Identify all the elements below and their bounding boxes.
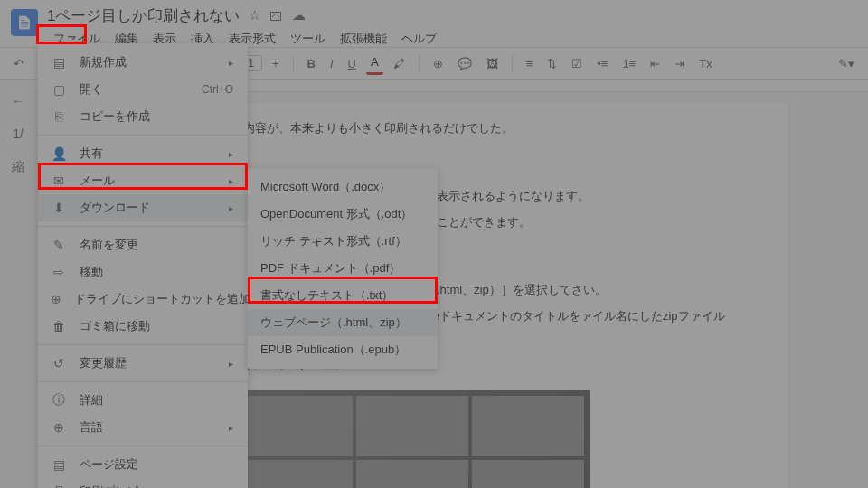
left-tool-1[interactable]: 1/	[13, 127, 24, 141]
docs-logo[interactable]	[11, 9, 38, 36]
file-menu-item-13[interactable]: ↺変更履歴▸	[38, 350, 248, 377]
left-tool-0[interactable]: ←	[12, 94, 24, 108]
comment-icon[interactable]: 💬	[453, 53, 476, 74]
file-menu-item-11[interactable]: 🗑ゴミ箱に移動	[38, 313, 248, 340]
image-icon[interactable]: 🖼	[482, 53, 503, 74]
menu-item-label: ページ設定	[80, 456, 233, 473]
menu-7[interactable]: ヘルプ	[395, 27, 443, 51]
file-menu-item-1[interactable]: ▢開くCtrl+O	[38, 76, 248, 103]
undo-icon[interactable]: ↶	[9, 53, 28, 74]
file-menu-item-6[interactable]: ⬇ダウンロード▸	[38, 194, 248, 221]
italic-icon[interactable]: I	[326, 53, 338, 74]
menu-item-label: 印刷プレビュー	[80, 483, 233, 488]
menu-item-label: ダウンロード	[80, 200, 216, 216]
menu-item-label: 共有	[80, 145, 216, 162]
menu-item-label: ウェブページ（.html、zip）	[260, 314, 423, 331]
menu-item-label: ゴミ箱に移動	[80, 318, 233, 334]
menu-item-icon: ▤	[51, 457, 67, 472]
file-menu-item-19[interactable]: 🖶印刷プレビュー	[38, 478, 248, 488]
file-menu-item-0[interactable]: ▤新規作成▸	[38, 49, 248, 76]
menu-item-label: 言語	[80, 419, 216, 436]
file-menu-item-2[interactable]: ⎘コピーを作成	[38, 103, 248, 130]
menu-item-label: Microsoft Word（.docx）	[260, 179, 423, 195]
star-icon[interactable]: ☆	[249, 7, 260, 23]
menu-item-label: OpenDocument 形式（.odt）	[260, 206, 423, 222]
bullets-icon[interactable]: •≡	[592, 53, 612, 74]
link-icon[interactable]: ⊕	[429, 53, 448, 74]
menu-item-icon: ⊕	[51, 420, 67, 435]
inc-font-icon[interactable]: +	[268, 53, 284, 74]
menu-item-label: ドライブにショートカットを追加	[74, 291, 250, 307]
download-option-5[interactable]: ウェブページ（.html、zip）	[248, 309, 438, 336]
download-option-3[interactable]: PDF ドキュメント（.pdf）	[248, 255, 438, 282]
file-menu: ▤新規作成▸▢開くCtrl+O⎘コピーを作成👤共有▸✉メール▸⬇ダウンロード▸✎…	[38, 43, 248, 488]
file-menu-item-16[interactable]: ⊕言語▸	[38, 414, 248, 441]
left-tools: ←1/縮	[0, 80, 36, 488]
menu-item-icon: ▤	[51, 55, 67, 70]
chevron-right-icon: ▸	[229, 58, 233, 68]
menu-item-label: EPUB Publication（.epub）	[260, 342, 423, 358]
menu-item-label: 新規作成	[80, 54, 216, 70]
numbers-icon[interactable]: 1≡	[618, 53, 640, 74]
menu-6[interactable]: 拡張機能	[334, 27, 393, 51]
menu-item-icon: ↺	[51, 356, 67, 371]
checklist-icon[interactable]: ☑	[567, 53, 587, 74]
doc-title[interactable]: 1ページ目しか印刷されない	[47, 5, 240, 26]
cloud-icon[interactable]: ☁	[292, 7, 306, 23]
menu-item-label: 開く	[80, 81, 189, 98]
app-header: 1ページ目しか印刷されない ☆ ⮹ ☁ ファイル編集表示挿入表示形式ツール拡張機…	[0, 0, 868, 47]
outdent-icon[interactable]: ⇤	[646, 53, 665, 74]
menu-item-icon: ⊕	[51, 292, 61, 306]
download-option-4[interactable]: 書式なしテキスト（.txt）	[248, 282, 438, 309]
download-option-2[interactable]: リッチ テキスト形式（.rtf）	[248, 228, 438, 255]
menu-item-label: PDF ドキュメント（.pdf）	[260, 260, 423, 277]
linesp-icon[interactable]: ⇅	[542, 53, 561, 74]
indent-icon[interactable]: ⇥	[670, 53, 689, 74]
menu-item-icon: ⇨	[51, 265, 67, 279]
file-menu-item-5[interactable]: ✉メール▸	[38, 167, 248, 194]
menu-item-icon: ✎	[51, 238, 67, 252]
file-menu-item-18[interactable]: ▤ページ設定	[38, 451, 248, 478]
download-option-0[interactable]: Microsoft Word（.docx）	[248, 174, 438, 201]
textcolor-icon[interactable]: A	[366, 52, 383, 75]
move-icon[interactable]: ⮹	[269, 8, 283, 23]
chevron-right-icon: ▸	[229, 149, 233, 159]
highlight-icon[interactable]: 🖍	[389, 53, 410, 74]
menu-shortcut: Ctrl+O	[202, 83, 233, 96]
menu-item-icon: ⓘ	[51, 392, 67, 408]
menu-item-label: 書式なしテキスト（.txt）	[260, 287, 423, 304]
download-option-1[interactable]: OpenDocument 形式（.odt）	[248, 201, 438, 228]
menu-item-icon: 🗑	[51, 319, 67, 333]
left-tool-2[interactable]: 縮	[12, 159, 24, 175]
menu-5[interactable]: ツール	[284, 27, 332, 51]
file-menu-item-4[interactable]: 👤共有▸	[38, 140, 248, 167]
menu-item-icon: ⬇	[51, 201, 67, 215]
file-menu-item-15[interactable]: ⓘ詳細	[38, 387, 248, 414]
file-menu-item-8[interactable]: ✎名前を変更	[38, 231, 248, 258]
edit-mode-icon[interactable]: ✎▾	[834, 53, 859, 74]
menu-item-icon: 👤	[51, 146, 67, 161]
underline-icon[interactable]: U	[344, 53, 361, 74]
align-icon[interactable]: ≡	[522, 53, 538, 74]
chevron-right-icon: ▸	[229, 359, 233, 369]
menu-item-label: リッチ テキスト形式（.rtf）	[260, 233, 423, 249]
menu-item-label: コピーを作成	[80, 108, 233, 125]
download-option-6[interactable]: EPUB Publication（.epub）	[248, 336, 438, 363]
menu-item-icon: ⎘	[51, 109, 67, 124]
clear-icon[interactable]: Tx	[694, 53, 716, 74]
menu-item-label: メール	[80, 173, 216, 189]
menu-item-icon: ✉	[51, 174, 67, 188]
menu-item-label: 移動	[80, 264, 233, 280]
menu-item-icon: ▢	[51, 82, 67, 97]
file-menu-item-10[interactable]: ⊕ドライブにショートカットを追加	[38, 286, 248, 313]
bold-icon[interactable]: B	[303, 53, 320, 74]
chevron-right-icon: ▸	[229, 176, 233, 186]
menu-item-label: 名前を変更	[80, 237, 233, 253]
download-submenu: Microsoft Word（.docx）OpenDocument 形式（.od…	[248, 168, 438, 369]
menu-item-label: 詳細	[80, 392, 233, 408]
chevron-right-icon: ▸	[229, 423, 233, 433]
menu-item-label: 変更履歴	[80, 355, 216, 371]
menu-item-icon: 🖶	[51, 484, 67, 488]
file-menu-item-9[interactable]: ⇨移動	[38, 258, 248, 286]
chevron-right-icon: ▸	[229, 203, 233, 213]
